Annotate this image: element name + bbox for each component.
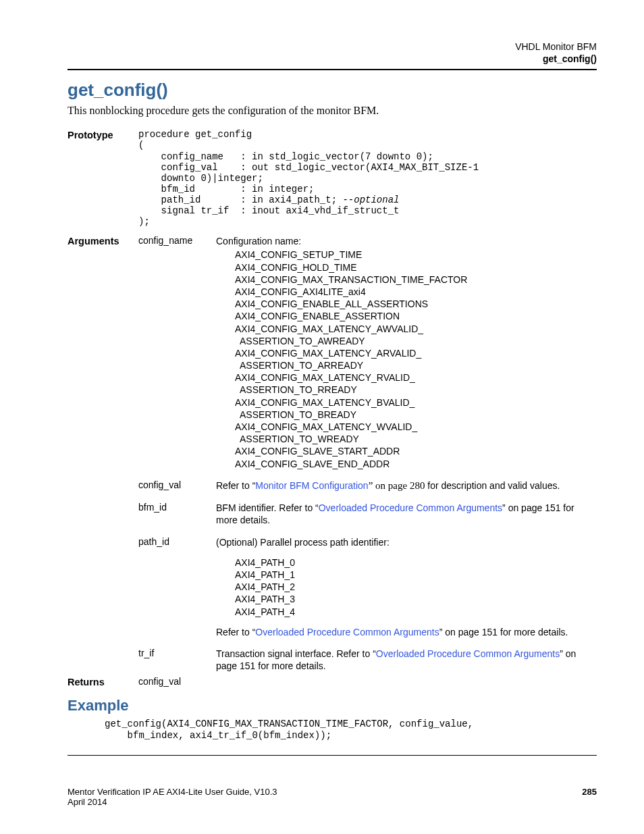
header-section: VHDL Monitor BFM — [68, 41, 597, 53]
footer-rule — [68, 755, 597, 756]
config-opt: AXI4_CONFIG_MAX_LATENCY_RVALID_ — [235, 371, 597, 384]
arg-name: tr_if — [138, 648, 216, 658]
config-opt: AXI4_CONFIG_SETUP_TIME — [235, 249, 597, 261]
prototype-label: Prototype — [68, 129, 138, 140]
arg-config-val: config_val Refer to “Monitor BFM Configu… — [138, 479, 597, 493]
text: BFM identifier. Refer to “ — [216, 502, 319, 513]
arg-config-name: config_name Configuration name: AXI4_CON… — [138, 235, 597, 470]
arguments-label: Arguments — [68, 235, 138, 246]
footer-date: April 2014 — [68, 797, 277, 807]
config-opt: AXI4_CONFIG_MAX_LATENCY_ARVALID_ — [235, 347, 597, 359]
arg-desc: Configuration name: AXI4_CONFIG_SETUP_TI… — [216, 235, 597, 470]
arg-name: bfm_id — [138, 502, 216, 513]
intro-paragraph: This nonblocking procedure gets the conf… — [68, 105, 597, 117]
code-comment: --optional — [342, 194, 399, 205]
returns-value: config_val — [138, 676, 216, 687]
path-opt: AXI4_PATH_1 — [235, 569, 597, 581]
footer-doc-title: Mentor Verification IP AE AXI4-Lite User… — [68, 787, 277, 797]
arguments-content: config_name Configuration name: AXI4_CON… — [138, 235, 597, 676]
path-opt: AXI4_PATH_0 — [235, 556, 597, 569]
example-code: get_config(AXI4_CONFIG_MAX_TRANSACTION_T… — [105, 719, 597, 741]
running-header: VHDL Monitor BFM get_config() — [68, 41, 597, 65]
config-name-options: AXI4_CONFIG_SETUP_TIME AXI4_CONFIG_HOLD_… — [216, 249, 597, 469]
arg-bfm-id: bfm_id BFM identifier. Refer to “Overloa… — [138, 502, 597, 526]
returns-content: config_val — [138, 676, 597, 687]
link-monitor-bfm-config[interactable]: Monitor BFM Configuration — [255, 480, 368, 491]
text: Transaction signal interface. Refer to “ — [216, 648, 376, 659]
config-opt: AXI4_CONFIG_MAX_LATENCY_WVALID_ — [235, 421, 597, 433]
link-overloaded-args[interactable]: Overloaded Procedure Common Arguments — [376, 648, 560, 659]
arg-desc-lead: (Optional) Parallel process path identif… — [216, 536, 597, 548]
config-opt: ASSERTION_TO_BREADY — [235, 409, 597, 421]
text: Refer to “ — [216, 627, 255, 637]
page-number: 285 — [582, 787, 597, 807]
header-rule — [68, 69, 597, 70]
path-opt: AXI4_PATH_2 — [235, 581, 597, 593]
arg-tr-if: tr_if Transaction signal interface. Refe… — [138, 648, 597, 672]
text: Refer to “ — [216, 480, 255, 491]
config-opt: AXI4_CONFIG_SLAVE_END_ADDR — [235, 458, 597, 470]
path-opt: AXI4_PATH_4 — [235, 606, 597, 618]
config-opt: AXI4_CONFIG_MAX_LATENCY_BVALID_ — [235, 396, 597, 409]
arguments-section: Arguments config_name Configuration name… — [68, 235, 597, 676]
config-opt: AXI4_CONFIG_HOLD_TIME — [235, 261, 597, 273]
path-options: AXI4_PATH_0 AXI4_PATH_1 AXI4_PATH_2 AXI4… — [216, 556, 597, 618]
config-opt: AXI4_CONFIG_MAX_LATENCY_AWVALID_ — [235, 323, 597, 335]
config-opt: AXI4_CONFIG_ENABLE_ALL_ASSERTIONS — [235, 298, 597, 310]
footer-left: Mentor Verification IP AE AXI4-Lite User… — [68, 787, 277, 807]
arg-name: config_name — [138, 235, 216, 246]
config-opt: ASSERTION_TO_WREADY — [235, 433, 597, 445]
arg-desc: Transaction signal interface. Refer to “… — [216, 648, 597, 672]
config-opt: AXI4_CONFIG_MAX_TRANSACTION_TIME_FACTOR — [235, 273, 597, 286]
arg-name: path_id — [138, 536, 216, 547]
example-heading: Example — [68, 697, 597, 714]
returns-label: Returns — [68, 676, 138, 687]
header-topic: get_config() — [68, 53, 597, 65]
text: ” on page 151 for more details. — [439, 627, 568, 637]
code-suffix: signal tr_if : inout axi4_vhd_if_struct_… — [138, 205, 399, 227]
page-footer: Mentor Verification IP AE AXI4-Lite User… — [68, 787, 597, 807]
page-title: get_config() — [68, 80, 597, 101]
path-opt: AXI4_PATH_3 — [235, 593, 597, 605]
arg-path-id: path_id (Optional) Parallel process path… — [138, 536, 597, 638]
text: for description and valid values. — [425, 480, 560, 491]
code-prefix: procedure get_config ( config_name : in … — [138, 129, 479, 205]
link-overloaded-args[interactable]: Overloaded Procedure Common Arguments — [255, 627, 439, 637]
prototype-code: procedure get_config ( config_name : in … — [138, 129, 597, 227]
path-post: Refer to “Overloaded Procedure Common Ar… — [216, 626, 597, 638]
text: ” on page 280 — [369, 480, 425, 491]
config-opt: ASSERTION_TO_AWREADY — [235, 335, 597, 347]
arg-desc-lead: Configuration name: — [216, 235, 597, 247]
config-opt: AXI4_CONFIG_SLAVE_START_ADDR — [235, 445, 597, 457]
arg-desc: Refer to “Monitor BFM Configuration” on … — [216, 479, 597, 493]
arg-name: config_val — [138, 479, 216, 490]
arg-desc: BFM identifier. Refer to “Overloaded Pro… — [216, 502, 597, 526]
returns-section: Returns config_val — [68, 676, 597, 687]
prototype-section: Prototype procedure get_config ( config_… — [68, 129, 597, 227]
arg-desc: (Optional) Parallel process path identif… — [216, 536, 597, 638]
config-opt: ASSERTION_TO_RREADY — [235, 384, 597, 396]
link-overloaded-args[interactable]: Overloaded Procedure Common Arguments — [319, 502, 502, 513]
prototype-content: procedure get_config ( config_name : in … — [138, 129, 597, 227]
config-opt: AXI4_CONFIG_AXI4LITE_axi4 — [235, 286, 597, 298]
config-opt: AXI4_CONFIG_ENABLE_ASSERTION — [235, 310, 597, 322]
config-opt: ASSERTION_TO_ARREADY — [235, 359, 597, 371]
